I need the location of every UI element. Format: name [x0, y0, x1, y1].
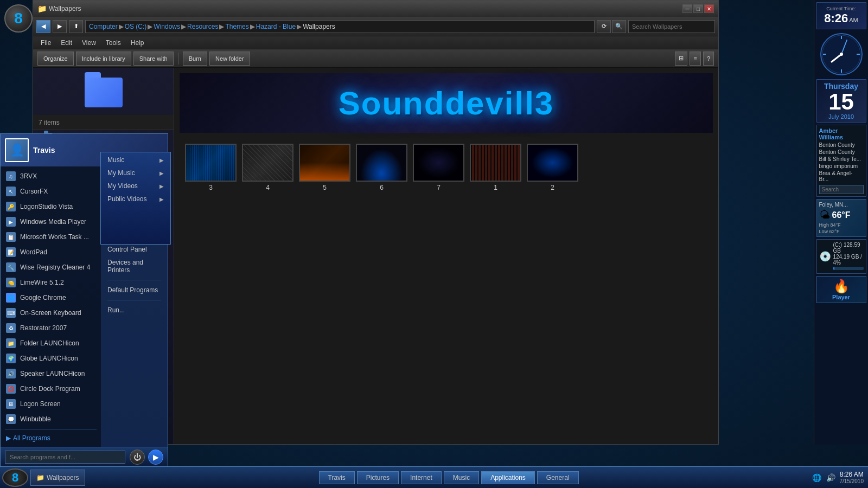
sm-right-default-programs[interactable]: Default Programs: [101, 284, 168, 297]
breadcrumb-hazard[interactable]: Hazard - Blue: [256, 23, 296, 30]
sm-label-logonstudio: LogonStudio Vista: [20, 203, 73, 210]
taskbar-tab-applications[interactable]: Applications: [481, 471, 535, 484]
banner: Sounddevill3: [180, 73, 713, 133]
sm-item-osk[interactable]: ⌨ On-Screen Keyboard: [1, 305, 101, 320]
taskbar-wallpapers[interactable]: 📁 Wallpapers: [30, 470, 85, 486]
sm-right-run[interactable]: Run...: [101, 304, 168, 317]
sm-item-wmp[interactable]: ▶ Windows Media Player: [1, 214, 101, 229]
taskbar-tab-general[interactable]: General: [537, 471, 579, 484]
thumb-item-6[interactable]: 6: [356, 144, 407, 191]
submenu-music[interactable]: Music ▶: [101, 153, 170, 166]
menu-view[interactable]: View: [78, 38, 100, 48]
power-button[interactable]: ⏻: [130, 450, 145, 465]
thumb-item-5[interactable]: 5: [299, 144, 350, 191]
sm-item-wordpad[interactable]: 📝 WordPad: [1, 245, 101, 260]
menu-tools[interactable]: Tools: [101, 38, 125, 48]
search-input[interactable]: [628, 20, 715, 33]
file-count: 7 items: [33, 115, 174, 130]
minimize-button[interactable]: ─: [682, 4, 692, 13]
up-button[interactable]: ⬆: [69, 20, 83, 33]
breadcrumb-os[interactable]: OS (C:): [125, 23, 147, 30]
thumb-item-4[interactable]: 4: [242, 144, 293, 191]
tray-icon-volume[interactable]: 🔊: [826, 472, 837, 483]
taskbar-tab-pictures[interactable]: Pictures: [357, 471, 399, 484]
breadcrumb[interactable]: Computer ▶ OS (C:) ▶ Windows ▶ Resources…: [85, 20, 595, 33]
thumb-item-1[interactable]: 1: [470, 144, 521, 191]
taskbar-clock[interactable]: 8:26 AM 7/15/2010: [840, 471, 864, 484]
new-folder-button[interactable]: New folder: [209, 52, 250, 66]
view-list-button[interactable]: ≡: [690, 52, 700, 66]
menu-edit[interactable]: Edit: [56, 38, 76, 48]
refresh-button[interactable]: ⟳: [597, 20, 611, 33]
start-button[interactable]: 8: [2, 468, 28, 487]
start-search-input[interactable]: [5, 451, 125, 464]
breadcrumb-wallpapers[interactable]: Wallpapers: [303, 23, 335, 30]
share-with-button[interactable]: Share with: [133, 52, 174, 66]
contact-item-5[interactable]: Brea & Angel- Br...: [819, 170, 864, 183]
contacts-search-input[interactable]: [819, 185, 864, 194]
taskbar-tab-music[interactable]: Music: [444, 471, 479, 484]
sm-item-speaker-launch[interactable]: 🔊 Speaker LAUNCHicon: [1, 366, 101, 381]
submenu-my-music[interactable]: My Music ▶: [101, 166, 170, 179]
sm-item-globe-launch[interactable]: 🌍 Globe LAUNCHicon: [1, 351, 101, 366]
sm-item-winbubble[interactable]: 💭 Winbubble: [1, 412, 101, 427]
sm-icon-chrome: 🌐: [6, 293, 16, 303]
submenu-my-videos-label: My Videos: [107, 182, 138, 190]
back-button[interactable]: ◀: [36, 20, 50, 33]
contact-item-3[interactable]: Bill & Shirley Te...: [819, 156, 864, 163]
thumb-item-7[interactable]: 7: [413, 144, 464, 191]
window-title: Wallpapers: [49, 5, 81, 12]
burn-button[interactable]: Burn: [183, 52, 207, 66]
sm-divider1: [5, 429, 97, 429]
include-library-button[interactable]: Include in library: [76, 52, 131, 66]
contact-item-1[interactable]: Benton County: [819, 142, 864, 149]
windows8-orb[interactable]: 8: [4, 4, 33, 33]
breadcrumb-computer[interactable]: Computer: [89, 23, 118, 30]
organize-button[interactable]: Organize: [37, 52, 74, 66]
sm-item-folder-launch[interactable]: 📁 Folder LAUNCHicon: [1, 336, 101, 351]
thumb-label-6: 6: [380, 184, 384, 191]
arrow-button[interactable]: ▶: [148, 450, 163, 465]
thumb-item-3[interactable]: 3: [185, 144, 237, 191]
sm-item-restorator[interactable]: ♻ Restorator 2007: [1, 320, 101, 336]
banner-text: Sounddevill3: [339, 85, 554, 122]
search-button[interactable]: 🔍: [612, 20, 626, 33]
sm-item-logonstudio[interactable]: 🔑 LogonStudio Vista: [1, 199, 101, 214]
menu-file[interactable]: File: [36, 38, 55, 48]
breadcrumb-sep4: ▶: [219, 23, 224, 30]
breadcrumb-themes[interactable]: Themes: [225, 23, 248, 30]
help-button[interactable]: ?: [703, 52, 714, 66]
submenu-public-videos[interactable]: Public Videos ▶: [101, 192, 170, 206]
sm-all-programs[interactable]: ▶ All Programs: [1, 432, 101, 445]
clock-ampm: AM: [849, 17, 858, 23]
weather-location: Foley, MN...: [819, 202, 864, 208]
sm-item-limewire[interactable]: 🍋 LimeWire 5.1.2: [1, 275, 101, 290]
sm-right-devices[interactable]: Devices and Printers: [101, 256, 168, 277]
breadcrumb-resources[interactable]: Resources: [187, 23, 218, 30]
taskbar-tab-internet[interactable]: Internet: [401, 471, 442, 484]
sm-item-3rvx[interactable]: ♫ 3RVX: [1, 169, 101, 184]
breadcrumb-windows[interactable]: Windows: [154, 23, 180, 30]
sm-item-chrome[interactable]: 🌐 Google Chrome: [1, 290, 101, 305]
sm-item-registry[interactable]: 🔧 Wise Registry Cleaner 4: [1, 260, 101, 275]
contact-item-4[interactable]: bingo emporium: [819, 163, 864, 170]
sm-item-logon-screen[interactable]: 🖥 Logon Screen: [1, 396, 101, 412]
menu-help[interactable]: Help: [126, 38, 149, 48]
maximize-button[interactable]: □: [693, 4, 703, 13]
sm-item-cursorfx[interactable]: ↖ CursorFX: [1, 184, 101, 199]
view-icons-button[interactable]: ⊞: [675, 52, 687, 66]
sm-item-works[interactable]: 📋 Microsoft Works Task ...: [1, 229, 101, 245]
taskbar-tab-travis[interactable]: Travis: [319, 471, 355, 484]
start-menu-programs: ♫ 3RVX ↖ CursorFX 🔑 LogonStudio Vista ▶ …: [1, 166, 101, 447]
sm-icon-globe-launch: 🌍: [6, 354, 16, 363]
sm-right-control-panel[interactable]: Control Panel: [101, 243, 168, 256]
sm-item-circle-dock[interactable]: ⭕ Circle Dock Program: [1, 381, 101, 396]
big-folder-icon[interactable]: [85, 78, 123, 107]
close-button[interactable]: ✕: [704, 4, 714, 13]
tray-icon-network[interactable]: 🌐: [812, 472, 822, 483]
submenu-my-videos[interactable]: My Videos ▶: [101, 179, 170, 192]
weather-icon: 🌤: [819, 209, 830, 221]
contact-item-2[interactable]: Benton County: [819, 149, 864, 156]
forward-button[interactable]: ▶: [53, 20, 67, 33]
thumb-item-2[interactable]: 2: [527, 144, 578, 191]
